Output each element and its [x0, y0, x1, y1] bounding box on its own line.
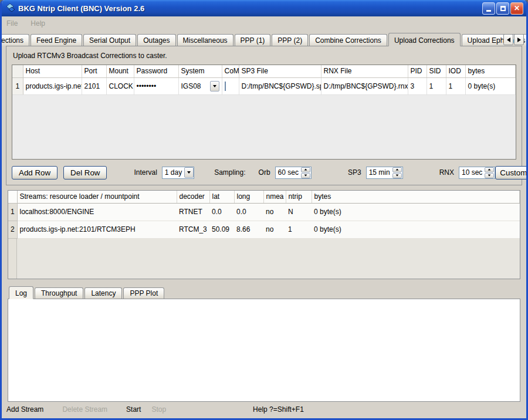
- sp3-spin-down-button[interactable]: [392, 173, 402, 178]
- tab-latency[interactable]: Latency: [84, 287, 122, 299]
- pane-description: Upload RTCMv3 Broadcast Corrections to c…: [13, 52, 516, 60]
- rnx-file-cell[interactable]: D:/tmp/BNC${GPSWD}.rnx: [321, 77, 408, 94]
- sp3-spinbox[interactable]: 15 min: [366, 167, 403, 179]
- del-row-button[interactable]: Del Row: [63, 166, 107, 179]
- close-button[interactable]: ✕: [510, 2, 523, 15]
- start-action[interactable]: Start: [126, 405, 141, 414]
- maximize-button[interactable]: [496, 2, 509, 15]
- tab-throughput[interactable]: Throughput: [35, 287, 83, 299]
- rnx-spinbox[interactable]: 10 sec: [459, 167, 495, 179]
- stream-row[interactable]: 2 products.igs-ip.net:2101/RTCM3EPH RTCM…: [8, 221, 520, 238]
- col-pid: PID: [408, 65, 427, 77]
- nmea-cell[interactable]: no: [263, 203, 286, 221]
- tab-combine-corrections[interactable]: Combine Corrections: [309, 34, 387, 46]
- pid-cell[interactable]: 3: [408, 77, 427, 94]
- row-number: 1: [8, 203, 17, 221]
- col-mountpoint: Streams: resource loader / mountpoint: [17, 191, 177, 203]
- col-rnx-file: RNX File: [321, 65, 408, 77]
- nmea-cell[interactable]: no: [263, 221, 286, 238]
- streams-empty-area: [8, 239, 520, 279]
- app-window: BKG Ntrip Client (BNC) Version 2.6 ✕ Fil…: [0, 0, 528, 420]
- tab-upload-corrections[interactable]: Upload Corrections: [388, 33, 461, 46]
- bytes-cell: 0 byte(s): [465, 77, 516, 94]
- system-combobox[interactable]: IGS08: [181, 78, 219, 94]
- upload-table-empty-area: [12, 95, 516, 160]
- minimize-button[interactable]: [482, 2, 495, 15]
- orb-spinbox[interactable]: 60 sec: [275, 167, 312, 179]
- right-triangle-icon: [517, 38, 521, 42]
- tab-bar: rections Feed Engine Serial Output Outag…: [2, 33, 526, 46]
- menubar: File Help: [2, 16, 526, 31]
- rnx-value: 10 sec: [462, 168, 485, 177]
- iod-cell[interactable]: 1: [446, 77, 465, 94]
- ntrip-cell[interactable]: N: [286, 203, 312, 221]
- rnx-spin-down-button[interactable]: [485, 173, 494, 178]
- interval-label: Interval: [134, 168, 157, 177]
- decoder-cell[interactable]: RTNET: [177, 203, 209, 221]
- interval-combobox[interactable]: 1 day: [162, 167, 194, 179]
- long-cell[interactable]: 0.0: [234, 203, 263, 221]
- col-decoder: decoder: [177, 191, 209, 203]
- app-icon: [5, 4, 15, 13]
- tab-ppp-2[interactable]: PPP (2): [272, 34, 308, 46]
- spin-up-icon: [304, 168, 307, 170]
- add-stream-action[interactable]: Add Stream: [6, 405, 43, 414]
- mountpoint-cell[interactable]: products.igs-ip.net:2101/RTCM3EPH: [17, 221, 177, 238]
- rnx-label: RNX: [439, 168, 454, 177]
- sp3-spin-up-button[interactable]: [392, 167, 402, 172]
- streams-table: Streams: resource loader / mountpoint de…: [8, 190, 520, 279]
- corner-header: [12, 65, 23, 77]
- tab-corrections[interactable]: rections: [0, 34, 29, 46]
- tab-ppp-1[interactable]: PPP (1): [235, 34, 271, 46]
- log-output-area[interactable]: [8, 299, 520, 402]
- rnx-spin-up-button[interactable]: [485, 167, 494, 172]
- spin-up-icon: [395, 168, 398, 170]
- col-lat: lat: [209, 191, 234, 203]
- tab-log[interactable]: Log: [9, 286, 33, 299]
- streams-row-header-strip: [8, 239, 17, 279]
- mount-cell[interactable]: CLOCK: [106, 77, 134, 94]
- tab-ppp-plot[interactable]: PPP Plot: [123, 287, 164, 299]
- lat-cell[interactable]: 0.0: [209, 203, 234, 221]
- orb-spin-down-button[interactable]: [301, 173, 310, 178]
- orb-spin-up-button[interactable]: [301, 167, 310, 172]
- chevron-down-icon: [213, 85, 216, 87]
- left-triangle-icon: [507, 38, 510, 42]
- menu-help[interactable]: Help: [31, 19, 45, 28]
- add-row-button[interactable]: Add Row: [12, 166, 57, 179]
- lat-cell[interactable]: 50.09: [209, 221, 234, 238]
- titlebar[interactable]: BKG Ntrip Client (BNC) Version 2.6 ✕: [2, 0, 526, 16]
- stream-row[interactable]: 1 localhost:8000/ENGINE RTNET 0.0 0.0 no…: [8, 203, 520, 221]
- custom-trafo-button[interactable]: Custom Trafo: [495, 166, 528, 179]
- com-checkbox[interactable]: [225, 82, 226, 91]
- long-cell[interactable]: 8.66: [234, 221, 263, 238]
- mountpoint-cell[interactable]: localhost:8000/ENGINE: [17, 203, 177, 221]
- sid-cell[interactable]: 1: [427, 77, 446, 94]
- bytes-cell: 0 byte(s): [312, 203, 520, 221]
- menu-file[interactable]: File: [6, 19, 18, 28]
- col-system: System: [178, 65, 222, 77]
- interval-combo-button[interactable]: [184, 167, 194, 178]
- row-number: 2: [8, 221, 17, 238]
- password-cell[interactable]: ••••••••: [134, 77, 178, 94]
- upload-corrections-pane: Upload RTCMv3 Broadcast Corrections to c…: [6, 46, 522, 185]
- col-stream-bytes: bytes: [312, 191, 520, 203]
- tab-serial-output[interactable]: Serial Output: [83, 34, 136, 46]
- system-combo-button[interactable]: [210, 81, 219, 92]
- sampling-label: Sampling:: [214, 168, 245, 177]
- ntrip-cell[interactable]: 1: [286, 221, 312, 238]
- sp3-file-cell[interactable]: D:/tmp/BNC${GPSWD}.sp3: [239, 77, 321, 94]
- tab-outages[interactable]: Outages: [137, 34, 175, 46]
- maximize-icon: [500, 6, 506, 11]
- host-cell[interactable]: products.igs-ip.net: [23, 77, 82, 94]
- port-cell[interactable]: 2101: [82, 77, 106, 94]
- system-value: IGS08: [181, 82, 210, 90]
- decoder-cell[interactable]: RTCM_3: [177, 221, 209, 238]
- upload-table: Host Port Mount Password System CoM SP3 …: [12, 65, 516, 160]
- tab-feed-engine[interactable]: Feed Engine: [31, 34, 82, 46]
- tab-scroll-left-button[interactable]: [503, 34, 513, 45]
- tab-miscellaneous[interactable]: Miscellaneous: [177, 34, 233, 46]
- tab-scroll-right-button[interactable]: [514, 34, 524, 45]
- upload-table-row: 1 products.igs-ip.net 2101 CLOCK •••••••…: [12, 77, 516, 94]
- interval-value: 1 day: [165, 168, 184, 177]
